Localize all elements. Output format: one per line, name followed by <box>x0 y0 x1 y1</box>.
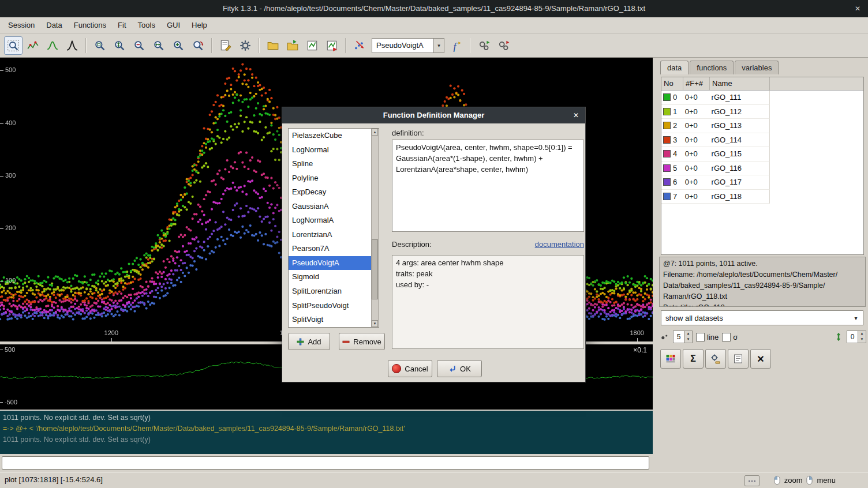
spin-down-icon[interactable]: ▼ <box>858 337 866 343</box>
zoom-in-button[interactable] <box>169 36 188 55</box>
scroll-up-icon[interactable]: ▲ <box>372 129 378 136</box>
data-transform-button[interactable] <box>350 36 369 55</box>
remove-button[interactable]: Remove <box>339 333 385 350</box>
dataset-color-swatch <box>663 150 671 157</box>
function-list-item[interactable]: ExpDecay <box>289 185 372 200</box>
dataset-row[interactable]: 20+0rGO_113 <box>661 119 770 133</box>
menu-data[interactable]: Data <box>40 17 68 33</box>
data-range-mode-button[interactable] <box>24 36 42 55</box>
folder-icon <box>267 39 279 52</box>
function-list-item[interactable]: LorentzianA <box>289 228 372 242</box>
auto-add-function-button[interactable]: f <box>447 36 466 55</box>
session-settings-button[interactable] <box>236 36 255 55</box>
zoom-out-button[interactable] <box>130 36 148 55</box>
scrollbar-thumb[interactable] <box>372 239 378 299</box>
splitter-sash[interactable] <box>653 58 658 472</box>
tab-functions[interactable]: functions <box>690 61 734 74</box>
menu-tools[interactable]: Tools <box>132 17 161 33</box>
spin-down-icon[interactable]: ▼ <box>684 337 692 343</box>
ok-button-label: OK <box>460 365 471 373</box>
cancel-button[interactable]: Cancel <box>388 360 432 377</box>
dialog-close-button[interactable]: ✕ <box>573 107 579 123</box>
dataset-row[interactable]: 00+0rGO_111 <box>661 91 770 105</box>
add-function-mode-button[interactable] <box>43 36 62 55</box>
dataset-row[interactable]: 50+0rGO_116 <box>661 162 770 176</box>
output-console[interactable]: 1011 points. No explicit std. dev. Set a… <box>0 411 653 454</box>
save-session-button[interactable] <box>303 36 321 55</box>
documentation-link[interactable]: documentation <box>392 240 584 249</box>
zoom-horizontal-button[interactable] <box>149 36 168 55</box>
definition-editor[interactable]: PseudoVoigtA(area, center, hwhm, shape=0… <box>392 140 584 232</box>
menu-help[interactable]: Help <box>186 17 213 33</box>
dataset-row[interactable]: 10+0rGO_112 <box>661 105 770 119</box>
function-list[interactable]: PielaszekCubeLogNormalSplinePolylineExpD… <box>288 128 379 328</box>
column-no[interactable]: No <box>661 77 683 90</box>
function-list-item[interactable]: LogNormalA <box>289 213 372 228</box>
delete-dataset-button[interactable]: ✕ <box>750 349 771 369</box>
spin-up-icon[interactable]: ▲ <box>858 331 866 337</box>
menu-session[interactable]: Session <box>2 17 40 33</box>
line-checkbox[interactable] <box>696 333 705 341</box>
open-data-button[interactable] <box>264 36 282 55</box>
function-list-item[interactable]: GaussianA <box>289 200 372 214</box>
column-functions[interactable]: #F+# <box>683 77 710 90</box>
function-list-item[interactable]: Sigmoid <box>289 270 372 284</box>
dataset-info-line: Data title: rGO_118 <box>663 302 862 307</box>
reload-data-button[interactable] <box>283 36 302 55</box>
dataset-row[interactable]: 60+0rGO_117 <box>661 175 770 190</box>
definition-label: definition: <box>392 129 424 137</box>
spin-up-icon[interactable]: ▲ <box>684 331 692 337</box>
function-list-item[interactable]: SplitVoigt <box>289 313 372 327</box>
fit-undo-button[interactable] <box>495 36 513 55</box>
edit-title-button[interactable] <box>728 349 749 369</box>
function-list-scrollbar[interactable]: ▲ ▼ <box>371 129 379 327</box>
apply-function-button[interactable] <box>705 349 726 369</box>
dataset-row[interactable]: 70+0rGO_118 <box>661 190 770 204</box>
scroll-down-icon[interactable]: ▼ <box>372 320 378 327</box>
command-input[interactable] <box>2 456 649 470</box>
menu-gui[interactable]: GUI <box>161 17 186 33</box>
add-button[interactable]: Add <box>288 333 330 350</box>
menu-fit[interactable]: Fit <box>112 17 132 33</box>
chevron-down-icon[interactable]: ▾ <box>433 39 444 52</box>
dialog-title: Function Definition Manager <box>282 107 585 123</box>
zoom-all-button[interactable] <box>91 36 109 55</box>
tab-data[interactable]: data <box>660 61 689 74</box>
dataset-row[interactable]: 30+0rGO_114 <box>661 133 770 148</box>
function-list-item[interactable]: Spline <box>289 157 372 171</box>
command-input-row <box>0 454 658 472</box>
function-list-item[interactable]: Polyline <box>289 171 372 186</box>
fit-run-button[interactable] <box>475 36 493 55</box>
folder-arrow-icon <box>286 39 299 52</box>
function-type-select[interactable]: PseudoVoigtA ▾ <box>372 38 444 53</box>
point-size-spinner[interactable]: 5 ▲▼ <box>673 331 693 343</box>
zoom-mode-button[interactable] <box>4 36 23 55</box>
delete-cross-icon: ✕ <box>757 354 764 365</box>
window-close-button[interactable]: ✕ <box>855 0 860 17</box>
y-axis-tick-label: 500 <box>5 66 16 73</box>
function-list-item[interactable]: SplitLorentzian <box>289 284 372 299</box>
dataset-grid-button[interactable] <box>660 349 681 369</box>
menu-functions[interactable]: Functions <box>68 17 112 33</box>
show-datasets-select[interactable]: show all datasets ▾ <box>661 310 863 325</box>
column-name[interactable]: Name <box>710 77 770 90</box>
ok-button[interactable]: OK <box>437 360 482 377</box>
edit-script-button[interactable] <box>216 36 235 55</box>
status-mini-button[interactable] <box>744 475 760 486</box>
sigma-checkbox[interactable] <box>722 333 731 341</box>
function-list-item[interactable]: PseudoVoigtA <box>289 256 372 271</box>
function-list-item[interactable]: LogNormal <box>289 143 372 157</box>
function-list-item[interactable]: PielaszekCube <box>289 129 372 143</box>
add-peak-mode-button[interactable] <box>63 36 81 55</box>
function-list-item[interactable]: SplitPseudoVoigt <box>289 299 372 313</box>
dialog-titlebar[interactable]: Function Definition Manager ✕ <box>282 107 585 123</box>
data-shift-spinner[interactable]: 0 ▲▼ <box>847 331 866 343</box>
previous-zoom-button[interactable] <box>189 36 207 55</box>
dataset-row[interactable]: 40+0rGO_115 <box>661 147 770 162</box>
zoom-vertical-button[interactable] <box>110 36 129 55</box>
tab-variables[interactable]: variables <box>735 61 779 74</box>
export-image-button[interactable] <box>323 36 341 55</box>
function-list-item[interactable]: Pearson7A <box>289 242 372 256</box>
dataset-color-swatch <box>663 193 671 200</box>
sum-button[interactable]: Σ <box>683 349 704 369</box>
